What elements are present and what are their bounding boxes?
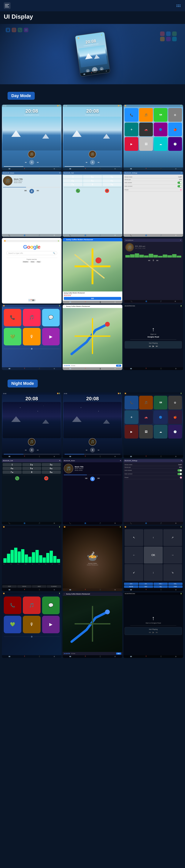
day-social-music-screen[interactable]: SocialMusic✕ 🎵 华年_对花.mp3 华年_对花_2.mp3 — [124, 238, 183, 304]
night-numpad-7[interactable]: 7▲ — [3, 471, 22, 474]
night-numpad-4[interactable]: 4▲ — [3, 467, 22, 470]
app-icon-bt[interactable]: 🔵 — [154, 123, 167, 136]
night-music-screen-2[interactable]: 20:08📶🔋 20:08 🎵 ⏮ ⏸ ⏭ 📧 📍 📱 ⚙ — [63, 392, 122, 458]
night-numpad-3[interactable]: 3▲ — [42, 463, 61, 466]
night-auto-answer-toggle[interactable] — [178, 469, 182, 471]
numpad-6[interactable]: 6▲ — [103, 179, 122, 182]
night-app-maps[interactable]: 🗺 — [154, 396, 167, 409]
numpad-7[interactable]: 7▲ — [63, 183, 82, 186]
launcher-podcast[interactable]: 🎙 — [23, 328, 41, 345]
numpad-1[interactable]: 1 — [63, 175, 82, 179]
night-app-phone[interactable]: 📞 — [125, 396, 138, 409]
night-music-screen-1[interactable]: 20:08📶🔋 20:08 🎵 ⏮ ⏸ ⏭ 📧 📍 — [2, 392, 61, 458]
nav-arrow-ok[interactable]: OK — [144, 547, 162, 563]
day-navigation-screen[interactable]: ←Sunny Coffee Modern Restaurant 10:18 E — [63, 305, 122, 370]
day-map-screen[interactable]: ← Sunny Coffee Modern Restaurant Sunny C… — [63, 238, 122, 304]
night-app-telegram[interactable]: ✈ — [125, 410, 138, 424]
nav-arrow-up[interactable]: ↑ — [144, 529, 162, 546]
night-launcher-youtube[interactable]: ▶ — [42, 616, 60, 633]
go-button[interactable]: GO — [64, 297, 121, 300]
night-app-settings[interactable]: ⚙ — [168, 396, 182, 409]
night-app-carplay[interactable]: 🍎 — [168, 410, 182, 424]
night-numpad-6[interactable]: 6▲ — [42, 467, 61, 470]
day-bt-music-screen[interactable]: Bluetooth_Music ✕ 🎵 Music Title Music Al… — [2, 172, 61, 237]
night-numpad-9[interactable]: 9▲ — [42, 471, 61, 474]
night-bt-call-screen[interactable]: Bluetooth_Call ✕ 1 2▲ 3▲ 4▲ 5▲ 6▲ 7▲ 8 9… — [2, 459, 61, 525]
app-icon-clock[interactable]: 🕐 — [168, 137, 182, 151]
day-carplay-screen[interactable]: 10:19 ETA 9.0 km🔋 ↑ Start on Donglue Roa… — [124, 305, 183, 370]
day-google-screen[interactable]: 📶🔋 Google Search or type URL 🔍 Popular s… — [2, 238, 61, 304]
numpad-9[interactable]: 9▲ — [103, 183, 122, 186]
app-icon-weather[interactable]: ☁ — [154, 137, 167, 151]
night-nav-go-button[interactable]: GO — [116, 652, 121, 655]
auto-connect-toggle[interactable] — [178, 185, 182, 187]
app-icon-phone[interactable]: 📞 — [125, 108, 138, 122]
night-call-hangup[interactable]: 📵 — [44, 476, 48, 480]
night-app-bt[interactable]: 🔵 — [154, 410, 167, 424]
day-bt-call-screen[interactable]: Bluetooth_Call ✕ 1 2▲ 3▲ 4▲ 5▲ 6▲ 7▲ 8 9… — [63, 172, 122, 237]
app-icon-waze[interactable]: 🚗 — [139, 123, 153, 136]
app-icon-settings[interactable]: ⚙ — [168, 108, 182, 122]
nav-arrow-downleft[interactable]: ↙ — [125, 564, 143, 581]
night-home-screen[interactable]: 📶🔋 📞 🎵 🗺 ⚙ ✈ 🚗 🔵 🍎 ▶ 🖼 ☁ 🕐 📧 📍 📱 — [124, 392, 183, 458]
launcher-music[interactable]: 🎵 — [23, 309, 41, 327]
numpad-3[interactable]: 3▲ — [103, 175, 122, 179]
night-app-music[interactable]: 🎵 — [139, 396, 153, 409]
night-launcher-screen[interactable]: 📶🔋 📞 🎵 💬 💚 🎙 ▶ 📧 📍 📱 ⚙ — [2, 592, 61, 658]
nav-arrow-downright[interactable]: ↘ — [163, 564, 182, 581]
app-icon-music[interactable]: 🎵 — [139, 108, 153, 122]
launcher-messages[interactable]: 💬 — [42, 309, 60, 327]
night-launcher-podcast[interactable]: 🎙 — [23, 616, 41, 633]
launcher-phone[interactable]: 📞 — [4, 309, 21, 327]
night-launcher-music[interactable]: 🎵 — [23, 596, 41, 614]
night-numpad-1[interactable]: 1 — [3, 463, 22, 466]
launcher-youtube[interactable]: ▶ — [42, 328, 60, 345]
app-icon-carplay[interactable]: 🍎 — [168, 123, 182, 136]
app-icon-maps[interactable]: 🗺 — [154, 108, 167, 122]
app-icon-gallery[interactable]: 🖼 — [139, 137, 153, 151]
night-app-clock[interactable]: 🕐 — [168, 425, 182, 438]
numpad-5[interactable]: 5▲ — [83, 179, 102, 182]
day-home-screen[interactable]: 📶🔋 📞 🎵 🗺 ⚙ ✈ 🚗 🔵 🍎 ▶ 🖼 ☁ 🕐 📧 📍 📱 — [124, 105, 183, 170]
night-carplay-screen[interactable]: 10:18 ETA 9.0 km🔋 ↑ Start on Donglue Roa… — [124, 592, 183, 658]
nav-go-button[interactable]: GO — [116, 365, 121, 367]
night-call-answer[interactable]: 📞 — [15, 476, 19, 480]
day-music-screen-2[interactable]: 20:08📶🔋 20:08 A soothing piece of music … — [63, 105, 122, 170]
numpad-4[interactable]: 4▲ — [63, 179, 82, 182]
night-numpad-5[interactable]: 5▲ — [22, 467, 41, 470]
night-app-weather[interactable]: ☁ — [154, 425, 167, 438]
call-answer-btn[interactable]: 📞 — [76, 189, 80, 193]
day-bt-settings-screen[interactable]: Bluetooth_Settings ✕ Device name CarBT D… — [124, 172, 183, 237]
night-numpad-2[interactable]: 2▲ — [22, 463, 41, 466]
launcher-wechat[interactable]: 💚 — [4, 328, 21, 345]
nav-arrow-upright[interactable]: ↗ — [163, 529, 182, 546]
nav-arrow-down[interactable]: ↓ — [144, 564, 162, 581]
night-bt-settings-screen[interactable]: Bluetooth_Settings ✕ Device name CarBT D… — [124, 459, 183, 525]
nav-dots-icon[interactable] — [176, 4, 181, 8]
night-waveform-screen[interactable]: 📶🔋 — [2, 526, 61, 591]
night-bt-music-screen[interactable]: Bluetooth_Music ✕ 🎵 Music Title Music Al… — [63, 459, 122, 525]
app-icon-youtube[interactable]: ▶ — [125, 137, 138, 151]
auto-answer-toggle[interactable] — [178, 182, 182, 184]
night-nav-arrows-screen[interactable]: 📶🔋 ↖ ↑ ↗ ← OK → ↙ ↓ ↘ CH+ CH- VOL+ VOL- … — [124, 526, 183, 591]
day-music-screen-1[interactable]: 20:08📶🔋 20:08 A soothing piece of music … — [2, 105, 61, 170]
night-auto-connect-toggle[interactable] — [178, 473, 182, 475]
call-hangup-btn[interactable]: 📵 — [105, 189, 109, 193]
night-app-gallery[interactable]: 🖼 — [139, 425, 153, 438]
day-launcher-screen[interactable]: 📶🔋 📞 🎵 💬 💚 🎙 ▶ 📧 📍 📱 ⚙ — [2, 305, 61, 370]
app-icon-telegram[interactable]: ✈ — [125, 123, 138, 136]
night-launcher-wechat[interactable]: 💚 — [4, 616, 21, 633]
night-launcher-messages[interactable]: 💬 — [42, 596, 60, 614]
nav-arrow-upleft[interactable]: ↖ — [125, 529, 143, 546]
nav-arrow-right[interactable]: → — [163, 547, 182, 563]
numpad-8[interactable]: 8 — [83, 183, 102, 186]
night-app-waze[interactable]: 🚗 — [139, 410, 153, 424]
night-launcher-phone[interactable]: 📞 — [4, 596, 21, 614]
night-navigation-screen[interactable]: ←Sunny Coffee Modern Restaurant 10:18 E — [63, 592, 122, 658]
menu-icon[interactable] — [4, 2, 10, 9]
night-food-screen[interactable]: 📶🔋 🍲 Sunny Coffee Modern Restaurant 📧 📍 … — [63, 526, 122, 591]
nav-arrow-left[interactable]: ← — [125, 547, 143, 563]
night-app-youtube[interactable]: ▶ — [125, 425, 138, 438]
numpad-2[interactable]: 2▲ — [83, 175, 102, 179]
night-numpad-8[interactable]: 8 — [22, 471, 41, 474]
